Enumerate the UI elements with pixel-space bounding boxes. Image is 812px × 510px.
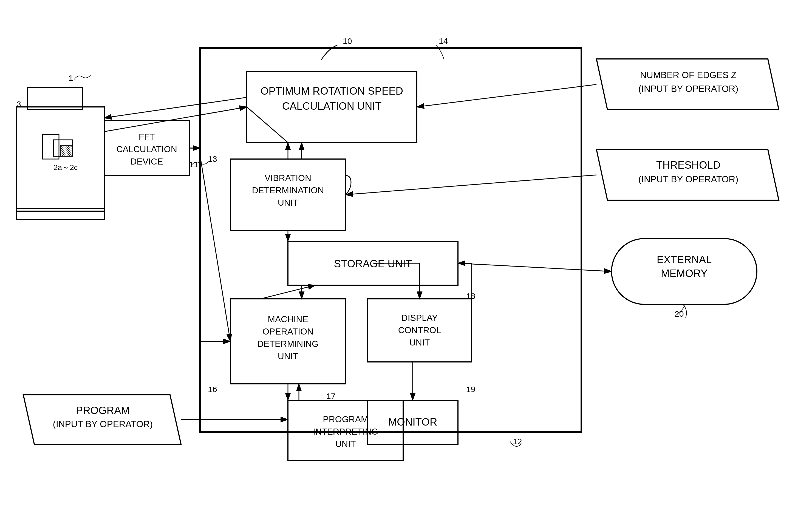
- machine-line4: UNIT: [278, 351, 298, 361]
- machine-line2: OPERATION: [262, 327, 314, 336]
- ref-1: 1: [68, 73, 73, 83]
- ref-2a2c: 2a～2c: [54, 163, 78, 172]
- ref-10: 10: [343, 36, 352, 46]
- fft-line3: DEVICE: [130, 156, 163, 167]
- machine-line3: DETERMINING: [257, 339, 319, 349]
- ref-11: 11: [189, 160, 198, 169]
- ref-13: 13: [208, 154, 217, 163]
- monitor-label: MONITOR: [388, 416, 437, 428]
- prog-interp-line1: PROGRAM: [323, 414, 368, 424]
- extmem-line1: EXTERNAL: [657, 254, 712, 265]
- edges-line2: (INPUT BY OPERATOR): [638, 84, 738, 94]
- prog-interp-line2: INTERPRETING: [313, 427, 378, 437]
- display-line3: UNIT: [409, 337, 430, 348]
- vibration-line2: DETERMINATION: [252, 185, 324, 195]
- ref-19: 19: [466, 385, 475, 394]
- vibration-line3: UNIT: [278, 198, 298, 208]
- machine-line1: MACHINE: [268, 314, 308, 324]
- ref-20: 20: [675, 309, 684, 318]
- prog-input-line2: (INPUT BY OPERATOR): [53, 419, 153, 429]
- ref-3: 3: [17, 99, 21, 109]
- prog-input-line1: PROGRAM: [76, 405, 130, 416]
- storage-label: STORAGE UNIT: [334, 258, 412, 270]
- optimum-line1: OPTIMUM ROTATION SPEED: [261, 85, 403, 97]
- ref-16: 16: [208, 385, 217, 394]
- prog-interp-line3: UNIT: [336, 439, 356, 449]
- display-line2: CONTROL: [398, 325, 441, 335]
- fft-line1: FFT: [139, 132, 155, 142]
- fft-line2: CALCULATION: [116, 144, 177, 154]
- ref-17: 17: [326, 392, 336, 400]
- display-line1: DISPLAY: [402, 313, 438, 323]
- threshold-line1: THRESHOLD: [656, 159, 720, 171]
- edges-line1: NUMBER OF EDGES Z: [640, 70, 736, 80]
- vibration-line1: VIBRATION: [265, 173, 311, 183]
- ref-14: 14: [439, 36, 448, 46]
- extmem-line2: MEMORY: [661, 268, 707, 279]
- optimum-line2: CALCULATION UNIT: [282, 100, 381, 112]
- threshold-line2: (INPUT BY OPERATOR): [638, 174, 738, 184]
- ref-18: 18: [466, 292, 475, 301]
